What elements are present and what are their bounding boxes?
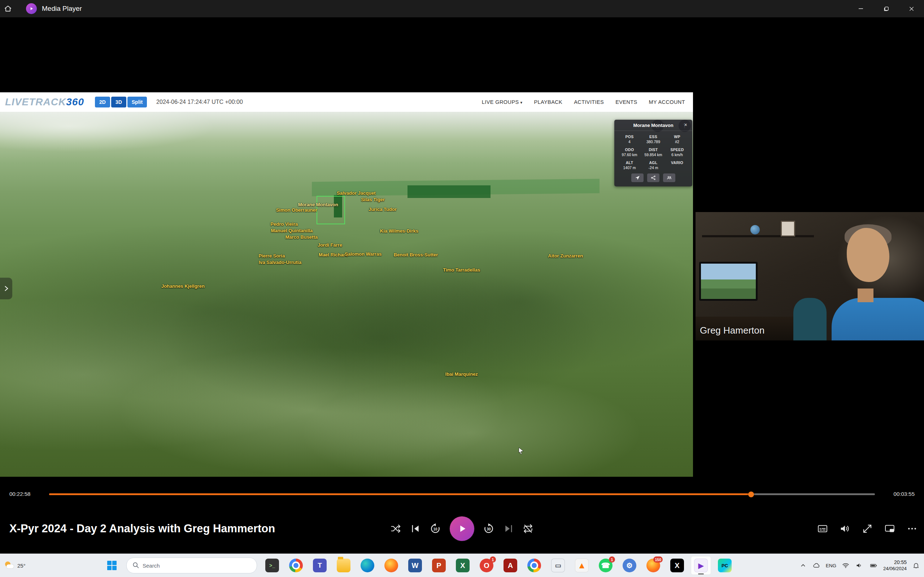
pilot-label[interactable]: Jurica Tudor [368,206,397,212]
stat-vario: VARIO [666,161,688,170]
pilot-label[interactable]: Marco Busetta [285,234,318,240]
onedrive-button[interactable] [812,561,821,570]
pilot-label[interactable]: Kia Wilmes-Dirks [380,228,418,233]
app-icon-excel[interactable]: X [452,556,473,575]
battery-button[interactable] [869,561,878,570]
pilot-label[interactable]: Salomon Warras [345,251,381,256]
share-track-button[interactable] [647,174,659,182]
view-3d-button[interactable]: 3D [111,97,126,108]
expand-sidebar-button[interactable] [0,278,12,299]
presenter-caption: Greg Hamerton [700,325,764,336]
pilot-label[interactable]: Jordi Farre [318,242,342,248]
livetrack-header: LIVETRACK360 2D 3D Split 2024-06-24 17:2… [0,92,693,112]
app-icon-edge[interactable] [357,556,378,575]
wifi-button[interactable] [842,561,850,570]
more-options-button[interactable] [907,523,918,534]
pilot-label[interactable]: Benoit Bross-Sutter [394,252,438,257]
app-icon-chrome[interactable] [286,556,306,575]
nav-my-account[interactable]: MY ACCOUNT [649,99,685,105]
app-icon-teams[interactable]: T [310,556,330,575]
pilot-panel: Morane Montavon × POS4 ESS380.789 WP#2 O… [614,120,692,187]
app-icon-powerpoint[interactable]: P [429,556,449,575]
maximize-button[interactable] [874,0,899,17]
nav-live-groups[interactable]: LIVE GROUPS▾ [482,99,523,105]
pilot-label[interactable]: Salvador Jacquet [337,190,376,195]
svg-text:10: 10 [433,527,438,531]
video-stage[interactable]: LIVETRACK360 2D 3D Split 2024-06-24 17:2… [0,17,924,488]
app-icon-whatsapp[interactable]: ☎1 [596,556,616,575]
start-button[interactable] [102,556,121,575]
home-button[interactable] [0,0,16,17]
minimize-button[interactable] [848,0,874,17]
group-button[interactable] [663,174,675,182]
app-icon-firefox[interactable] [381,556,401,575]
pilot-label[interactable]: Pierre Soria [258,253,285,258]
pilot-label[interactable]: Mael Richard [319,252,348,257]
forward-30-button[interactable]: 30 [483,523,494,534]
pilot-label[interactable]: Silas Tiger [361,197,385,202]
subtitles-button[interactable] [817,523,828,534]
pilot-label[interactable]: Iva Salvado-Urrutia [258,259,301,265]
nav-activities[interactable]: ACTIVITIES [574,99,604,105]
maximize-icon [884,6,889,11]
play-icon [457,524,467,534]
repeat-off-button[interactable] [523,523,533,534]
app-icon-browser-orange[interactable]: 150 [643,556,663,575]
view-2d-button[interactable]: 2D [95,97,110,108]
pilot-label[interactable]: Timo Tarradellas [443,267,480,272]
pilot-label[interactable]: Pedro Vieira [270,221,298,226]
view-split-button[interactable]: Split [128,97,147,108]
desk-monitor [699,262,758,301]
app-icon-opera[interactable]: O1 [477,556,497,575]
shuffle-button[interactable] [391,523,401,534]
tray-overflow-button[interactable] [799,561,807,569]
app-icon-acrobat[interactable]: A [500,556,520,575]
follow-pilot-button[interactable] [631,174,643,182]
app-icon-vlc[interactable]: ▲ [572,556,592,575]
previous-button[interactable] [410,523,421,534]
app-icon-media-player[interactable]: ▶ [691,556,711,575]
nav-events[interactable]: EVENTS [615,99,637,105]
app-icon-x-app[interactable]: X [667,556,687,575]
nav-playback[interactable]: PLAYBACK [534,99,562,105]
mini-player-button[interactable] [884,523,895,534]
app-icon-chrome-profile[interactable] [524,556,544,575]
search-input[interactable] [126,558,257,574]
pilot-label[interactable]: Aitor Zunzarren [548,253,583,258]
panel-close-button[interactable]: × [682,121,690,128]
app-icon-file-explorer[interactable] [333,556,354,575]
language-indicator[interactable]: ENG [826,563,836,568]
pilot-panel-header: Morane Montavon × [614,120,692,131]
app-icon-pycharm[interactable]: PC [715,556,735,575]
seek-handle[interactable] [748,492,754,497]
player-controls: X-Pyr 2024 - Day 2 Analysis with Greg Ha… [0,512,924,545]
map[interactable]: ? Morane Montavon × POS4 ESS380.789 WP#2… [0,112,693,477]
skip-next-icon [503,523,514,534]
app-icon-terminal[interactable]: >_ [262,556,282,575]
cursor-icon [518,448,525,455]
volume-button[interactable] [840,523,850,534]
play-button[interactable] [450,516,474,541]
chevron-up-icon [800,562,806,569]
clock[interactable]: 20:55 24/06/2024 [883,559,907,572]
next-button[interactable] [503,523,514,534]
seek-bar[interactable] [49,493,875,495]
repeat-off-icon [523,523,533,534]
chevron-right-icon [3,285,10,292]
volume-tray-button[interactable] [855,561,864,570]
app-icon-settings[interactable]: ⚙ [619,556,640,575]
rewind-10-button[interactable]: 10 [430,523,441,534]
close-button[interactable] [899,0,924,17]
pilot-label[interactable]: Morane Montavon [298,202,338,207]
pilot-label[interactable]: Simon Oberrauner [276,207,317,213]
notifications-button[interactable] [912,561,921,570]
weather-widget[interactable]: 25° [4,554,26,577]
desktop: Media Player LIVETRACK360 2D 3D [0,0,924,577]
fullscreen-button[interactable] [862,523,873,534]
app-icon-word[interactable]: W [405,556,425,575]
pilot-label[interactable]: Johannes Kjellgren [162,283,205,288]
transport-controls: 10 30 [391,512,533,545]
pilot-label[interactable]: Ibai Marquinez [446,371,478,377]
pilot-label[interactable]: Manuel Quintanilla [271,227,313,233]
app-icon-screen-cast[interactable]: ▭ [548,556,568,575]
